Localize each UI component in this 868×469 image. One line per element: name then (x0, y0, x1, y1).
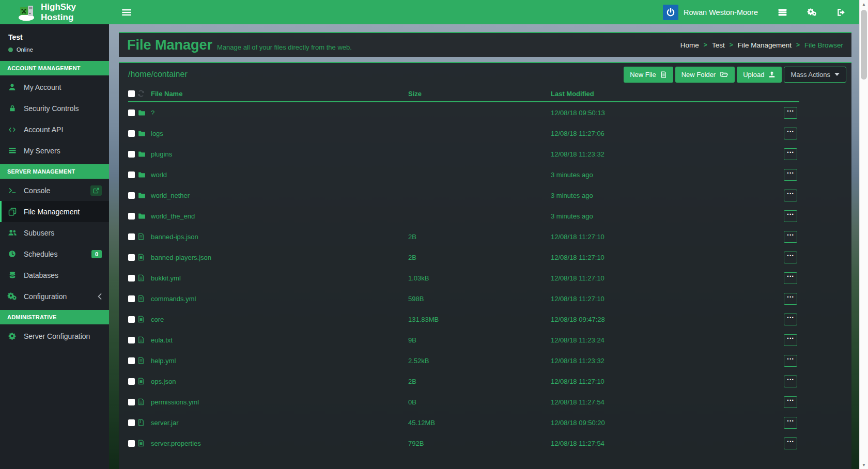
brand-logo[interactable]: HighSky Hosting (0, 2, 109, 23)
file-modified: 12/08/18 11:27:10 (551, 233, 784, 241)
upload-button[interactable]: Upload (737, 67, 782, 83)
row-actions-button[interactable]: ··· (784, 355, 797, 367)
hamburger-icon[interactable] (121, 7, 132, 18)
row-checkbox[interactable] (128, 151, 135, 158)
row-actions-button[interactable]: ··· (784, 334, 797, 346)
file-name-link[interactable]: bukkit.yml (151, 274, 408, 282)
file-name-link[interactable]: logs (151, 130, 408, 137)
file-size: 2.52kB (408, 357, 551, 365)
row-checkbox[interactable] (128, 171, 135, 178)
sidebar-item-configuration[interactable]: Configuration (0, 286, 109, 307)
user-menu[interactable]: Rowan Weston-Moore (663, 5, 758, 20)
row-checkbox[interactable] (128, 213, 135, 220)
row-actions-button[interactable]: ··· (784, 169, 797, 181)
row-checkbox[interactable] (128, 233, 135, 240)
file-name-link[interactable]: core (151, 316, 408, 323)
new-folder-button[interactable]: New Folder (675, 67, 735, 83)
row-actions-button[interactable]: ··· (784, 190, 797, 201)
table-row: server.jar45.12MB12/08/18 09:50:20··· (128, 412, 799, 433)
sidebar-item-subusers[interactable]: Subusers (0, 222, 109, 243)
scrollbar-down-arrow-icon[interactable]: ▼ (860, 461, 868, 469)
row-actions-button[interactable]: ··· (784, 231, 797, 243)
current-path: /home/container (128, 70, 188, 79)
table-row: world_nether3 minutes ago··· (128, 185, 799, 206)
sidebar-item-my-servers[interactable]: My Servers (0, 140, 109, 161)
row-actions-button[interactable]: ··· (784, 210, 797, 222)
row-checkbox[interactable] (128, 419, 135, 426)
row-actions-button[interactable]: ··· (784, 417, 797, 429)
row-actions-button[interactable]: ··· (784, 107, 797, 119)
file-name-link[interactable]: world (151, 171, 408, 179)
row-actions-button[interactable]: ··· (784, 437, 797, 449)
row-checkbox[interactable] (128, 337, 135, 343)
row-checkbox[interactable] (128, 275, 135, 282)
main-content: File Manager Manage all of your files di… (109, 24, 859, 469)
file-name-link[interactable]: world_nether (151, 192, 408, 199)
toolbar-buttons: New FileNew FolderUploadMass Actions (624, 67, 846, 83)
file-table-header: File Name Size Last Modified (128, 86, 799, 102)
cogs-icon[interactable] (807, 8, 817, 17)
row-checkbox[interactable] (128, 399, 135, 405)
file-size: 45.12MB (408, 419, 551, 427)
row-checkbox[interactable] (128, 192, 135, 199)
scrollbar-up-arrow-icon[interactable]: ▲ (860, 0, 868, 8)
breadcrumb-separator: > (730, 41, 733, 49)
row-checkbox[interactable] (128, 254, 135, 261)
select-all-checkbox[interactable] (128, 90, 135, 97)
console-popout-button[interactable] (90, 185, 102, 196)
row-actions-button[interactable]: ··· (784, 128, 797, 139)
sidebar-item-file-management[interactable]: File Management (0, 201, 109, 222)
file-name-link[interactable]: banned-ips.json (151, 233, 408, 241)
file-name-link[interactable]: ? (151, 109, 408, 117)
row-actions-button[interactable]: ··· (784, 252, 797, 263)
row-checkbox[interactable] (128, 110, 135, 116)
sidebar-item-schedules[interactable]: Schedules0 (0, 243, 109, 264)
server-status: Online (8, 46, 101, 53)
row-actions-button[interactable]: ··· (784, 293, 797, 305)
file-name-link[interactable]: commands.yml (151, 295, 408, 303)
sidebar-section-header: ACCOUNT MANAGEMENT (0, 61, 109, 75)
breadcrumb-item[interactable]: Home (680, 41, 699, 49)
file-name-link[interactable]: permissions.yml (151, 398, 408, 406)
server-list-icon[interactable] (778, 8, 787, 17)
breadcrumb-item[interactable]: File Management (738, 41, 792, 49)
row-actions-button[interactable]: ··· (784, 314, 797, 325)
folder-open-icon (720, 71, 729, 78)
refresh-icon[interactable] (137, 90, 151, 97)
file-name-link[interactable]: banned-players.json (151, 254, 408, 261)
row-actions-button[interactable]: ··· (784, 148, 797, 160)
row-actions-button[interactable]: ··· (784, 272, 797, 284)
page-scrollbar[interactable]: ▲ ▼ (859, 0, 868, 469)
file-name-link[interactable]: world_the_end (151, 212, 408, 220)
mass-actions-button[interactable]: Mass Actions (784, 67, 846, 83)
file-name-link[interactable]: eula.txt (151, 336, 408, 344)
file-name-link[interactable]: plugins (151, 150, 408, 158)
sign-out-icon[interactable] (836, 8, 846, 17)
file-modified: 12/08/18 09:50:13 (551, 109, 784, 117)
sidebar-item-security-controls[interactable]: Security Controls (0, 98, 109, 119)
file-name-link[interactable]: server.properties (151, 440, 408, 447)
breadcrumb: Home>Test>File Management>File Browser (680, 41, 843, 49)
file-name-link[interactable]: server.jar (151, 419, 408, 427)
sidebar-item-server-configuration[interactable]: Server Configuration (0, 325, 109, 347)
sidebar-item-console[interactable]: Console (0, 180, 109, 201)
row-actions-button[interactable]: ··· (784, 376, 797, 387)
breadcrumb-item[interactable]: Test (712, 41, 725, 49)
file-name-link[interactable]: help.yml (151, 357, 408, 365)
row-actions-button[interactable]: ··· (784, 396, 797, 408)
scrollbar-thumb[interactable] (861, 10, 867, 80)
sidebar-item-my-account[interactable]: My Account (0, 76, 109, 98)
row-checkbox[interactable] (128, 295, 135, 302)
row-checkbox[interactable] (128, 316, 135, 323)
schedules-count-badge: 0 (91, 250, 102, 258)
row-checkbox[interactable] (128, 357, 135, 364)
file-name-link[interactable]: ops.json (151, 378, 408, 385)
sidebar-item-account-api[interactable]: Account API (0, 119, 109, 140)
sidebar-item-databases[interactable]: Databases (0, 264, 109, 286)
sidebar-section-items: Server Configuration (0, 324, 109, 349)
row-checkbox[interactable] (128, 378, 135, 385)
row-checkbox[interactable] (128, 440, 135, 447)
file-size: 1.03kB (408, 274, 551, 282)
new-file-button[interactable]: New File (624, 67, 673, 83)
row-checkbox[interactable] (128, 130, 135, 137)
